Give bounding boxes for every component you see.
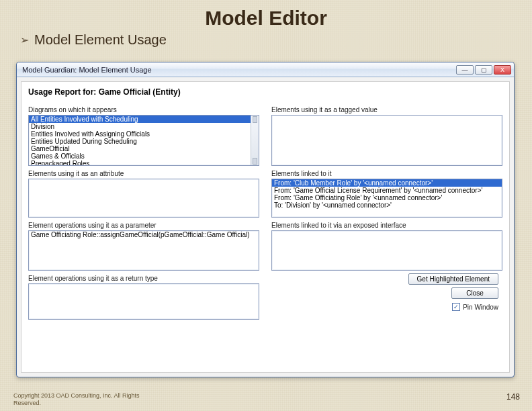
columns: Diagrams on which it appears All Entitie… [28,102,502,368]
minimize-button[interactable]: — [456,65,474,75]
list-item[interactable]: From: 'Club Member Role' by '<unnamed co… [272,179,502,187]
copyright: Copyright 2013 OAD Consulting, Inc. All … [13,392,140,407]
label-tagged: Elements using it as a tagged value [271,106,502,113]
list-exposed[interactable] [271,230,502,271]
list-item[interactable]: Entities Involved with Assigning Officia… [29,130,259,138]
list-diagrams[interactable]: All Entities Involved with Scheduling Di… [28,115,259,166]
copyright-line-2: Reserved. [13,400,41,406]
page-number: 148 [506,392,520,402]
arrow-icon: ➢ [20,34,29,46]
list-ret[interactable] [28,283,259,320]
list-item[interactable]: Games & Officials [29,152,259,160]
label-diagrams: Diagrams on which it appears [28,106,259,113]
action-area: Get Highlighted Element Close ✓ Pin Wind… [271,273,502,311]
label-ret: Element operations using it as a return … [28,275,259,282]
list-item[interactable]: Prepackaged Roles [29,160,259,166]
list-item[interactable]: Entities Updated During Scheduling [29,138,259,145]
list-linked[interactable]: From: 'Club Member Role' by '<unnamed co… [271,179,502,218]
label-param: Element operations using it as a paramet… [28,222,259,229]
window-controls: — ▢ X [456,65,511,75]
list-item[interactable]: All Entities Involved with Scheduling [29,116,259,123]
window-title: Model Guardian: Model Element Usage [22,66,152,74]
label-linked: Elements linked to it [271,170,502,177]
list-item[interactable]: From: 'Game Officiating Role' by '<unnam… [272,194,502,201]
get-highlighted-button[interactable]: Get Highlighted Element [408,273,498,285]
pin-row: ✓ Pin Window [452,303,498,311]
copyright-line-1: Copyright 2013 OAD Consulting, Inc. All … [13,392,140,399]
slide-title: Model Editor [0,0,532,32]
form-body: Usage Report for: Game Official (Entity)… [21,81,510,373]
close-button[interactable]: X [494,65,511,75]
label-exposed: Elements linked to it via an exposed int… [271,222,502,229]
list-item[interactable]: From: 'Game Official License Requirement… [272,187,502,194]
list-item[interactable]: Game Officiating Role::assignGameOfficia… [29,231,259,238]
scrollbar[interactable] [251,116,259,165]
report-heading: Usage Report for: Game Official (Entity) [28,87,502,97]
list-item[interactable]: To: 'Division' by '<unnamed connector>' [272,201,502,209]
pin-label: Pin Window [463,304,498,311]
maximize-button[interactable]: ▢ [475,65,492,75]
list-item[interactable]: Division [29,123,259,130]
bullet-text: Model Element Usage [34,32,167,48]
list-attr[interactable] [28,179,259,218]
pin-checkbox[interactable]: ✓ [452,303,460,311]
close-form-button[interactable]: Close [451,287,498,299]
left-column: Diagrams on which it appears All Entitie… [28,102,259,368]
list-param[interactable]: Game Officiating Role::assignGameOfficia… [28,230,259,271]
right-column: Elements using it as a tagged value Elem… [271,102,502,368]
label-attr: Elements using it as an attribute [28,170,259,177]
list-tagged[interactable] [271,115,502,166]
bullet-row: ➢ Model Element Usage [0,32,532,48]
titlebar[interactable]: Model Guardian: Model Element Usage — ▢ … [17,62,514,77]
list-item[interactable]: GameOfficial [29,145,259,152]
dialog-window: Model Guardian: Model Element Usage — ▢ … [16,62,515,377]
